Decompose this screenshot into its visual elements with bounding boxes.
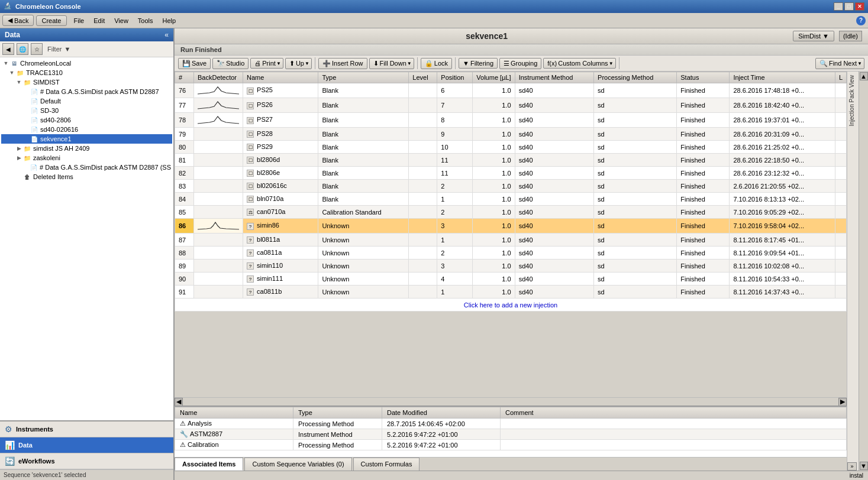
table-row[interactable]: 77 ☐ PS26 Blank 7 1.0 sd40 sd Finished 2… — [175, 98, 847, 113]
table-row[interactable]: 87 ? bl0811a Unknown 1 1.0 sd40 sd Finis… — [175, 233, 847, 247]
col-name[interactable]: Name — [175, 407, 293, 419]
custom-columns-button[interactable]: f(x) Custom Columns ▼ — [543, 58, 615, 69]
expand-icon[interactable]: ▶ — [15, 155, 22, 161]
add-injection-text[interactable]: Click here to add a new injection — [175, 299, 847, 312]
lock-button[interactable]: 🔒 Lock — [421, 58, 452, 69]
maximize-button[interactable]: □ — [844, 2, 854, 11]
tree-item-data-gas2[interactable]: 📄 # Data G.A.S.SimDist pack ASTM D2887 (… — [1, 163, 172, 172]
file-menu[interactable]: File — [69, 16, 89, 25]
col-header-backdetector[interactable]: BackDetector — [194, 72, 243, 83]
col-type[interactable]: Type — [293, 407, 382, 419]
tree-item-sd30[interactable]: 📄 SD-30 — [1, 106, 172, 115]
table-row[interactable]: 88 ? ca0811a Unknown 2 1.0 sd40 sd Finis… — [175, 247, 847, 260]
tree-item-data-gas[interactable]: 📄 # Data G.A.S.SimDist pack ASTM D2887 — [1, 87, 172, 96]
tree-item-sd40-020616[interactable]: 📄 sd40-020616 — [1, 125, 172, 134]
col-header-instr-method[interactable]: Instrument Method — [515, 72, 593, 83]
help-menu[interactable]: Help — [158, 16, 181, 25]
table-row[interactable]: 90 ? simin111 Unknown 4 1.0 sd40 sd Fini… — [175, 273, 847, 286]
table-row[interactable]: 91 ? ca0811b Unknown 1 1.0 sd40 sd Finis… — [175, 286, 847, 299]
horizontal-scrollbar[interactable]: ◀ ▶ — [175, 397, 847, 406]
simdist-button[interactable]: SimDist ▼ — [793, 31, 834, 41]
tree-item-sd40-2806[interactable]: 📄 sd40-2806 — [1, 115, 172, 125]
table-row[interactable]: 78 ☐ PS27 Blank 8 1.0 sd40 sd Finished 2… — [175, 113, 847, 128]
star-button[interactable]: ☆ — [31, 43, 43, 55]
col-header-position[interactable]: Position — [437, 72, 473, 83]
col-header-level[interactable]: Level — [409, 72, 437, 83]
tab-associated-items[interactable]: Associated Items — [175, 458, 243, 471]
tools-menu[interactable]: Tools — [133, 16, 158, 25]
col-header-volume[interactable]: Volume [µL] — [473, 72, 515, 83]
scroll-right-button[interactable]: ▶ — [838, 398, 847, 406]
cell-inject-time: 8.11.2016 10:02:08 +0... — [730, 260, 835, 273]
insert-row-button[interactable]: ➕ Insert Row — [318, 58, 367, 69]
print-button[interactable]: 🖨 Print ▼ — [250, 58, 283, 69]
expand-icon[interactable]: ▼ — [15, 79, 22, 85]
injection-pack-label[interactable]: Injection Pack View — [847, 72, 859, 130]
bottom-table-row[interactable]: ⚠Analysis Processing Method 28.7.2015 14… — [175, 419, 847, 429]
scroll-left-button[interactable]: ◀ — [175, 398, 183, 406]
table-row[interactable]: 89 ? simin110 Unknown 3 1.0 sd40 sd Fini… — [175, 260, 847, 273]
col-header-status[interactable]: Status — [677, 72, 730, 83]
collapse-right-button[interactable]: » — [847, 462, 857, 471]
tree-item-chromeleon[interactable]: ▼ 🖥 ChromeleonLocal — [1, 59, 172, 68]
expand-icon[interactable]: ▼ — [8, 70, 15, 76]
edit-menu[interactable]: Edit — [89, 16, 109, 25]
table-row[interactable]: 84 ☐ bln0710a Blank 1 1.0 sd40 sd Finish… — [175, 193, 847, 206]
nav-instruments[interactable]: ⚙ Instruments — [0, 421, 173, 437]
scroll-up-button[interactable]: ▲ — [860, 72, 868, 80]
table-row[interactable]: 85 ⚖ can0710a Calibration Standard 2 1.0… — [175, 206, 847, 219]
col-date-modified[interactable]: Date Modified — [382, 407, 501, 419]
expand-icon[interactable]: ▼ — [2, 60, 9, 66]
save-button[interactable]: 💾 Save — [178, 58, 211, 69]
tree-item-trace1310[interactable]: ▼ 📁 TRACE1310 — [1, 68, 172, 77]
tree-item-deleted[interactable]: 🗑 Deleted Items — [1, 172, 172, 181]
cell-l — [835, 167, 846, 180]
col-header-l[interactable]: L — [835, 72, 846, 83]
table-row[interactable]: 81 ☐ bl2806d Blank 11 1.0 sd40 sd Finish… — [175, 154, 847, 167]
cell-name: ☐ PS27 — [243, 113, 318, 128]
col-comment[interactable]: Comment — [501, 407, 847, 419]
scroll-down-button[interactable]: ▼ — [860, 462, 868, 470]
col-header-inject-time[interactable]: Inject Time — [730, 72, 835, 83]
tab-custom-sequence-variables[interactable]: Custom Sequence Variables (0) — [244, 458, 351, 471]
bottom-table-row[interactable]: ⚠Calibration Processing Method 5.2.2016 … — [175, 440, 847, 450]
tree-item-sekvence1[interactable]: 📄 sekvence1 — [1, 134, 172, 144]
studio-button[interactable]: 🔭 Studio — [212, 58, 249, 69]
table-row[interactable]: 86 ? simin86 Unknown 3 1.0 sd40 sd Finis… — [175, 219, 847, 233]
tab-custom-formulas[interactable]: Custom Formulas — [353, 458, 420, 471]
table-row[interactable]: 80 ☐ PS29 Blank 10 1.0 sd40 sd Finished … — [175, 141, 847, 154]
tree-item-simdist-js[interactable]: ▶ 📁 simdist JS AH 2409 — [1, 144, 172, 153]
tree-item-default[interactable]: 📄 Default — [1, 96, 172, 106]
nav-eworkflows[interactable]: 🔄 eWorkflows — [0, 453, 173, 469]
col-header-type[interactable]: Type — [318, 72, 409, 83]
table-row[interactable]: 79 ☐ PS28 Blank 9 1.0 sd40 sd Finished 2… — [175, 128, 847, 141]
create-button[interactable]: Create — [36, 15, 66, 26]
close-button[interactable]: ✕ — [855, 2, 864, 11]
collapse-button[interactable]: « — [164, 31, 169, 39]
tree-item-simdist[interactable]: ▼ 📁 SIMDIST — [1, 77, 172, 87]
up-button[interactable]: ⬆ Up ▼ — [285, 58, 312, 69]
expand-icon[interactable]: ▶ — [15, 145, 22, 151]
nav-back-button[interactable]: ◀ — [2, 43, 14, 55]
bottom-table-row[interactable]: 🔧ASTM2887 Instrument Method 5.2.2016 9:4… — [175, 429, 847, 440]
minimize-button[interactable]: _ — [834, 2, 843, 11]
fill-down-button[interactable]: ⬇ Fill Down ▼ — [369, 58, 414, 69]
table-row[interactable]: 76 ☐ PS25 Blank 6 1.0 sd40 sd Finished 2… — [175, 83, 847, 98]
grouping-button[interactable]: ☰ Grouping — [499, 58, 541, 69]
table-row[interactable]: 83 ☐ bl020616c Blank 2 1.0 sd40 sd Finis… — [175, 180, 847, 193]
vertical-scrollbar[interactable]: ▲ ▼ — [859, 72, 868, 471]
col-header-proc-method[interactable]: Processing Method — [594, 72, 677, 83]
nav-data[interactable]: 📊 Data — [0, 437, 173, 453]
col-header-name[interactable]: Name — [243, 72, 318, 83]
col-header-num[interactable]: # — [175, 72, 194, 83]
table-scroll[interactable]: # BackDetector Name Type Level Position … — [175, 72, 847, 397]
globe-button[interactable]: 🌐 — [17, 43, 28, 55]
add-injection-row[interactable]: Click here to add a new injection — [175, 299, 847, 312]
help-icon[interactable]: ? — [856, 16, 866, 25]
back-button[interactable]: ◀ Back — [2, 15, 34, 26]
tree-item-zaskoleni[interactable]: ▶ 📁 zaskoleni — [1, 153, 172, 163]
find-next-button[interactable]: 🔍 Find Next ▼ — [815, 58, 864, 69]
view-menu[interactable]: View — [109, 16, 133, 25]
table-row[interactable]: 82 ☐ bl2806e Blank 11 1.0 sd40 sd Finish… — [175, 167, 847, 180]
filtering-button[interactable]: ▼ Filtering — [459, 58, 498, 69]
